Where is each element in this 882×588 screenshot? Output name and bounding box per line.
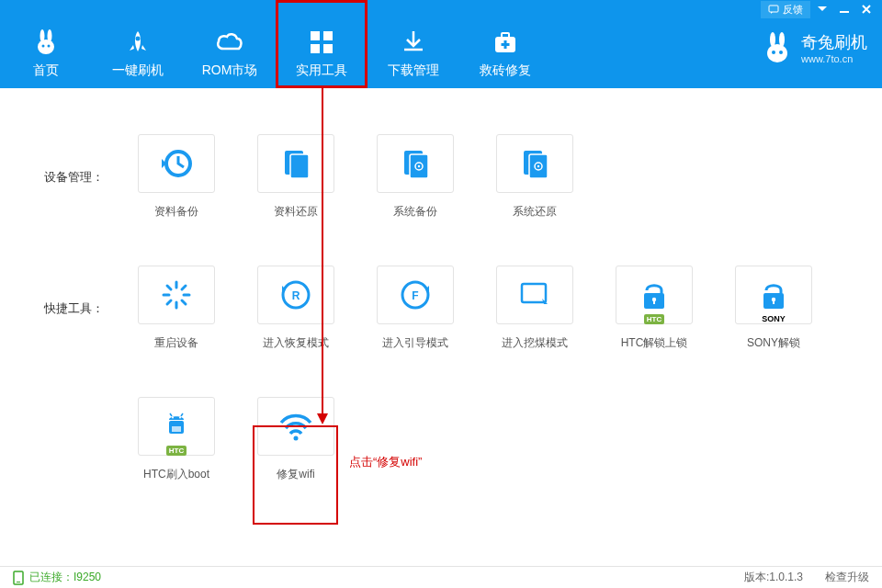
- nav-downloads[interactable]: 下载管理: [368, 18, 459, 88]
- tool-download-mode[interactable]: 进入挖煤模式: [494, 266, 575, 351]
- tool-label: 修复wifi: [277, 467, 314, 482]
- nav-label: ROM市场: [202, 62, 258, 79]
- svg-point-14: [767, 44, 787, 62]
- tool-htc-unlock[interactable]: HTC HTC解锁上锁: [614, 266, 695, 351]
- tool-label: 进入挖煤模式: [502, 335, 568, 351]
- tool-label: 进入恢复模式: [263, 335, 329, 351]
- svg-point-53: [179, 417, 181, 419]
- gear-file-backup-icon: [397, 145, 434, 182]
- feedback-label: 反馈: [783, 3, 803, 17]
- svg-rect-10: [311, 44, 320, 53]
- rocket-icon: [124, 28, 152, 57]
- loading-icon: [158, 277, 195, 313]
- grid-icon: [308, 28, 335, 57]
- svg-point-25: [418, 165, 420, 167]
- brand-rabbit-icon: [761, 31, 794, 64]
- svg-point-5: [42, 45, 45, 48]
- svg-line-37: [182, 286, 186, 289]
- quick-tools-section: 快捷工具： 重启设备 R 进入恢复模式 F 进入引导模式 进入挖煤模式 HTC …: [44, 266, 864, 351]
- brand: 奇兔刷机 www.7to.cn: [761, 31, 867, 64]
- svg-point-16: [779, 32, 785, 47]
- svg-point-6: [48, 45, 51, 48]
- nav-flash[interactable]: 一键刷机: [92, 18, 184, 88]
- svg-line-51: [181, 413, 183, 416]
- nav-recovery[interactable]: 救砖修复: [459, 18, 551, 88]
- file-restore-icon: [277, 145, 314, 182]
- dropdown-button[interactable]: [812, 2, 832, 17]
- svg-rect-11: [323, 44, 333, 53]
- header-nav: 首页 一键刷机 ROM市场 实用工具 下载管理 救砖修复 奇兔刷机 www: [0, 18, 882, 88]
- nav-rom-market[interactable]: ROM市场: [184, 18, 276, 88]
- svg-rect-9: [323, 31, 333, 40]
- content: 设备管理： 资料备份 资料还原 系统备份 系统还原 快捷工具：: [0, 88, 882, 566]
- tool-fix-wifi[interactable]: 修复wifi: [255, 397, 336, 482]
- gear-file-restore-icon: [516, 145, 553, 182]
- device-icon: [13, 571, 24, 585]
- svg-point-29: [537, 165, 539, 167]
- svg-point-2: [38, 40, 54, 54]
- close-button[interactable]: [856, 2, 876, 17]
- tool-fastboot-mode[interactable]: F 进入引导模式: [375, 266, 456, 351]
- tool-reboot[interactable]: 重启设备: [136, 266, 217, 351]
- sony-badge: SONY: [762, 314, 786, 323]
- nav-home[interactable]: 首页: [0, 18, 92, 88]
- tool-label: SONY解锁: [747, 335, 800, 351]
- svg-point-18: [779, 51, 783, 54]
- fastboot-mode-icon: F: [397, 277, 434, 313]
- nav-label: 下载管理: [388, 62, 439, 79]
- clock-backup-icon: [158, 145, 195, 182]
- medkit-icon: [492, 28, 519, 57]
- svg-rect-48: [773, 300, 775, 304]
- tool-data-backup[interactable]: 资料备份: [136, 134, 217, 220]
- svg-rect-45: [653, 300, 655, 304]
- svg-point-4: [48, 29, 52, 42]
- download-icon: [400, 28, 427, 57]
- svg-rect-1: [840, 11, 849, 13]
- htc-badge: HTC: [644, 314, 664, 324]
- arrow-head-icon: [317, 413, 328, 424]
- svg-point-52: [172, 417, 174, 419]
- check-update-link[interactable]: 检查升级: [825, 570, 869, 585]
- tool-system-backup[interactable]: 系统备份: [375, 134, 456, 220]
- tool-system-restore[interactable]: 系统还原: [494, 134, 575, 220]
- svg-rect-54: [172, 426, 181, 432]
- tool-recovery-mode[interactable]: R 进入恢复模式: [255, 266, 336, 351]
- tool-label: HTC解锁上锁: [621, 335, 688, 351]
- android-icon: [158, 408, 195, 445]
- wifi-icon: [276, 408, 316, 445]
- section-label: 快捷工具：: [44, 300, 136, 317]
- svg-line-34: [167, 286, 171, 289]
- tool-label: 进入引导模式: [382, 335, 448, 351]
- annotation-text: 点击“修复wifi”: [349, 454, 422, 470]
- svg-rect-8: [311, 31, 320, 40]
- svg-rect-42: [522, 284, 546, 302]
- section-label: 设备管理：: [44, 169, 136, 186]
- nav-label: 实用工具: [296, 62, 347, 79]
- svg-line-50: [170, 413, 172, 416]
- nav-label: 首页: [33, 62, 59, 79]
- nav-tools[interactable]: 实用工具: [276, 18, 368, 88]
- device-status: 已连接：I9250: [29, 570, 101, 585]
- svg-point-55: [294, 436, 299, 441]
- nav-label: 救砖修复: [480, 62, 531, 79]
- svg-rect-57: [17, 582, 20, 582]
- tool-sony-unlock[interactable]: SONY SONY解锁: [733, 266, 814, 351]
- nav-label: 一键刷机: [112, 62, 164, 79]
- svg-line-36: [167, 300, 171, 304]
- svg-point-7: [136, 37, 141, 41]
- brand-title: 奇兔刷机: [801, 31, 867, 53]
- tool-label: 资料还原: [274, 204, 318, 220]
- version-text: 版本:1.0.1.3: [744, 570, 803, 585]
- tool-data-restore[interactable]: 资料还原: [255, 134, 336, 220]
- svg-point-15: [770, 32, 775, 47]
- svg-point-3: [40, 29, 45, 42]
- svg-line-35: [182, 300, 186, 304]
- svg-rect-0: [769, 6, 778, 12]
- tool-label: 资料备份: [154, 204, 198, 220]
- tool-htc-boot[interactable]: HTC HTC刷入boot: [136, 397, 217, 482]
- svg-text:F: F: [412, 289, 418, 302]
- feedback-button[interactable]: 反馈: [761, 1, 810, 18]
- rabbit-icon: [32, 28, 60, 57]
- minimize-button[interactable]: [834, 2, 854, 17]
- arrow-line: [322, 88, 323, 415]
